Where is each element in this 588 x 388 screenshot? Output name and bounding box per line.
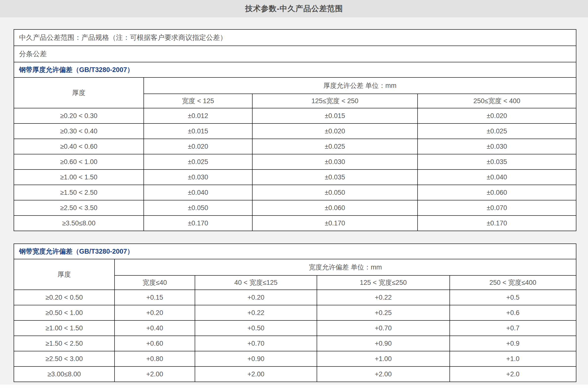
tolerance-value-cell: +0.22 <box>195 305 317 320</box>
width-table-body: ≥0.20 < 0.50+0.15+0.20+0.22+0.5≥0.50 < 1… <box>14 290 576 382</box>
table-row: ≥1.00 < 1.50±0.030±0.035±0.040 <box>14 170 576 185</box>
tolerance-value-cell: ±0.170 <box>252 216 418 231</box>
thickness-range-cell: ≥2.50 < 3.00 <box>14 351 115 366</box>
tolerance-value-cell: +1.0 <box>450 351 576 366</box>
width-table-title: 钢带宽度允许偏差（GB/T3280-2007） <box>14 244 576 259</box>
table-row: ≥1.50 < 2.50±0.040±0.050±0.060 <box>14 185 576 200</box>
tolerance-value-cell: ±0.012 <box>144 108 252 123</box>
tolerance-value-cell: +0.90 <box>195 351 317 366</box>
thickness-range-cell: ≥1.00 < 1.50 <box>14 320 115 336</box>
tolerance-value-cell: ±0.020 <box>252 123 418 139</box>
thickness-range-cell: ≥0.20 < 0.30 <box>14 108 144 123</box>
table-row: ≥0.40 < 0.60±0.020±0.025±0.030 <box>14 139 576 154</box>
tolerance-value-cell: +0.22 <box>317 290 449 305</box>
width-range-header: 宽度≤40 <box>115 275 195 290</box>
tolerance-value-cell: +0.90 <box>317 336 449 351</box>
tolerance-value-cell: +0.40 <box>115 320 195 336</box>
width-range-header: 250 < 宽度≤400 <box>450 275 576 290</box>
thickness-range-cell: ≥3.00≤8.00 <box>14 366 115 382</box>
thickness-tolerance-table: 中久产品公差范围：产品规格（注：可根据客户要求商议指定公差） 分条公差 钢带厚度… <box>14 29 576 231</box>
tolerance-value-cell: +0.20 <box>195 290 317 305</box>
table-row: ≥0.20 < 0.30±0.012±0.015±0.020 <box>14 108 576 123</box>
tolerance-value-cell: +2.00 <box>115 366 195 382</box>
thickness-range-cell: ≥0.30 < 0.40 <box>14 123 144 139</box>
thickness-range-cell: ≥2.50 < 3.50 <box>14 200 144 216</box>
thickness-range-cell: ≥0.40 < 0.60 <box>14 139 144 154</box>
tolerance-value-cell: +0.5 <box>450 290 576 305</box>
width-range-header: 250≤宽度 < 400 <box>418 94 576 108</box>
tolerance-value-cell: ±0.030 <box>252 154 418 170</box>
tolerance-value-cell: ±0.025 <box>252 139 418 154</box>
table-row: ≥2.50 < 3.00+0.80+0.90+1.00+1.0 <box>14 351 576 366</box>
table-row: ≥2.50 < 3.50±0.050±0.060±0.070 <box>14 200 576 216</box>
thickness-range-cell: ≥1.00 < 1.50 <box>14 170 144 185</box>
width-range-header: 125≤宽度 < 250 <box>252 94 418 108</box>
table-row: 钢带宽度允许偏差（GB/T3280-2007） <box>14 244 576 259</box>
tolerance-value-cell: ±0.040 <box>144 185 252 200</box>
page-title-bar: 技术参数-中久产品公差范围 <box>0 0 588 17</box>
table-row: ≥0.20 < 0.50+0.15+0.20+0.22+0.5 <box>14 290 576 305</box>
tolerance-value-cell: ±0.060 <box>252 200 418 216</box>
thickness-range-cell: ≥0.20 < 0.50 <box>14 290 115 305</box>
tolerance-value-cell: ±0.015 <box>252 108 418 123</box>
table-row: 钢带厚度允许偏差（GB/T3280-2007） <box>14 62 576 77</box>
tolerance-value-cell: ±0.030 <box>418 139 576 154</box>
tolerance-value-cell: +0.15 <box>115 290 195 305</box>
tolerance-value-cell: +0.70 <box>317 320 449 336</box>
product-spec-note: 中久产品公差范围：产品规格（注：可根据客户要求商议指定公差） <box>14 29 576 46</box>
table-row: 厚度 宽度允许偏差 单位：mm <box>14 259 576 275</box>
table-row: ≥1.50 < 2.50+0.60+0.70+0.90+0.9 <box>14 336 576 351</box>
tolerance-value-cell: ±0.170 <box>418 216 576 231</box>
tolerance-value-cell: +0.7 <box>450 320 576 336</box>
page-title: 技术参数-中久产品公差范围 <box>245 3 343 14</box>
thickness-range-cell: ≥1.50 < 2.50 <box>14 185 144 200</box>
width-range-header: 125 < 宽度≤250 <box>317 275 449 290</box>
tolerance-value-cell: ±0.060 <box>418 185 576 200</box>
tolerance-value-cell: ±0.020 <box>418 108 576 123</box>
tolerance-value-cell: ±0.050 <box>144 200 252 216</box>
table-row: 厚度 厚度允许公差 单位：mm <box>14 77 576 94</box>
thickness-range-cell: ≥0.50 < 1.00 <box>14 305 115 320</box>
thickness-range-cell: ≥0.60 < 1.00 <box>14 154 144 170</box>
table-row: ≥3.00≤8.00+2.00+2.00+2.00+2.0 <box>14 366 576 382</box>
tolerance-value-cell: ±0.015 <box>144 123 252 139</box>
tolerance-value-cell: +0.50 <box>195 320 317 336</box>
tolerance-value-cell: +2.0 <box>450 366 576 382</box>
tolerance-value-cell: +0.60 <box>115 336 195 351</box>
tolerance-value-cell: ±0.025 <box>418 123 576 139</box>
table-row: ≥3.50≤8.00±0.170±0.170±0.170 <box>14 216 576 231</box>
thickness-column-header: 厚度 <box>14 77 144 108</box>
thickness-range-cell: ≥1.50 < 2.50 <box>14 336 115 351</box>
tolerance-value-cell: +0.25 <box>317 305 449 320</box>
table-row: 中久产品公差范围：产品规格（注：可根据客户要求商议指定公差） <box>14 29 576 46</box>
tolerance-value-cell: +0.6 <box>450 305 576 320</box>
tolerance-value-cell: +1.00 <box>317 351 449 366</box>
tolerance-value-cell: ±0.040 <box>418 170 576 185</box>
table-row: ≥0.60 < 1.00±0.025±0.030±0.035 <box>14 154 576 170</box>
thickness-table-body: ≥0.20 < 0.30±0.012±0.015±0.020≥0.30 < 0.… <box>14 108 576 231</box>
tolerance-value-cell: +0.20 <box>115 305 195 320</box>
table-row: ≥1.00 < 1.50+0.40+0.50+0.70+0.7 <box>14 320 576 336</box>
thickness-table-title: 钢带厚度允许偏差（GB/T3280-2007） <box>14 62 576 77</box>
thickness-column-header: 厚度 <box>14 259 115 290</box>
tolerance-value-cell: ±0.020 <box>144 139 252 154</box>
tolerance-value-cell: ±0.050 <box>252 185 418 200</box>
tolerance-value-cell: +0.80 <box>115 351 195 366</box>
width-unit-header: 宽度允许偏差 单位：mm <box>115 259 576 275</box>
table-row: ≥0.30 < 0.40±0.015±0.020±0.025 <box>14 123 576 139</box>
thickness-range-cell: ≥3.50≤8.00 <box>14 216 144 231</box>
tolerance-value-cell: +2.00 <box>195 366 317 382</box>
width-tolerance-table: 钢带宽度允许偏差（GB/T3280-2007） 厚度 宽度允许偏差 单位：mm … <box>14 243 576 382</box>
tolerance-value-cell: +2.00 <box>317 366 449 382</box>
tolerance-value-cell: +0.9 <box>450 336 576 351</box>
tolerance-value-cell: ±0.070 <box>418 200 576 216</box>
table-row: ≥0.50 < 1.00+0.20+0.22+0.25+0.6 <box>14 305 576 320</box>
page-content: 中久产品公差范围：产品规格（注：可根据客户要求商议指定公差） 分条公差 钢带厚度… <box>0 17 588 382</box>
tolerance-value-cell: +0.70 <box>195 336 317 351</box>
tolerance-value-cell: ±0.170 <box>144 216 252 231</box>
thickness-unit-header: 厚度允许公差 单位：mm <box>144 77 576 94</box>
tolerance-value-cell: ±0.025 <box>144 154 252 170</box>
width-range-header: 40 < 宽度≤125 <box>195 275 317 290</box>
slitting-tolerance-label: 分条公差 <box>14 46 576 62</box>
tolerance-value-cell: ±0.030 <box>144 170 252 185</box>
